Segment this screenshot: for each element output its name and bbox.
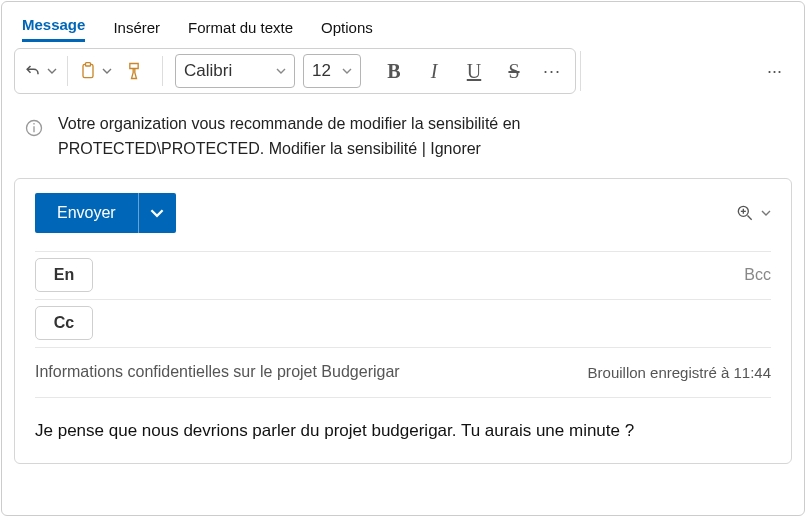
bold-button[interactable]: B (377, 60, 411, 83)
subject-field[interactable] (35, 363, 588, 381)
font-family-value: Calibri (184, 61, 232, 81)
svg-point-4 (33, 123, 35, 125)
cc-row: Cc (35, 299, 771, 347)
chevron-down-icon (276, 61, 286, 81)
sensitivity-info-bar: Votre organization vous recommande de mo… (2, 104, 804, 178)
tab-format[interactable]: Format du texte (188, 19, 293, 42)
underline-button[interactable]: U (457, 60, 491, 83)
to-label-button[interactable]: En (35, 258, 93, 292)
message-body[interactable]: Je pense que nous devrions parler du pro… (35, 418, 771, 444)
to-row: En Bcc (35, 251, 771, 299)
draft-saved-status: Brouillon enregistré à 11:44 (588, 364, 771, 381)
info-icon (24, 118, 44, 162)
font-size-value: 12 (312, 61, 331, 81)
format-painter-button[interactable] (118, 54, 150, 88)
info-line1: Votre organization vous recommande de mo… (58, 115, 520, 132)
send-row: Envoyer (35, 193, 771, 233)
subject-row: Brouillon enregistré à 11:44 (35, 347, 771, 397)
sensitivity-message: Votre organization vous recommande de mo… (58, 112, 520, 162)
zoom-button[interactable] (735, 203, 771, 223)
tab-message[interactable]: Message (22, 16, 85, 42)
cc-field[interactable] (109, 306, 771, 340)
info-separator: | (417, 140, 430, 157)
undo-button[interactable] (23, 54, 57, 88)
svg-line-6 (748, 215, 752, 219)
body-row: Je pense que nous devrions parler du pro… (35, 397, 771, 464)
clipboard-button[interactable] (78, 54, 112, 88)
send-button[interactable]: Envoyer (35, 193, 138, 233)
bcc-toggle[interactable]: Bcc (734, 266, 771, 284)
italic-button[interactable]: I (417, 60, 451, 83)
svg-rect-1 (86, 63, 91, 66)
info-line2-prefix: PROTECTED\PROTECTED. (58, 140, 269, 157)
font-family-select[interactable]: Calibri (175, 54, 295, 88)
compose-window: Message Insérer Format du texte Options (1, 1, 805, 516)
strikethrough-button[interactable]: S (497, 60, 531, 83)
toolbar-overflow-button[interactable]: ··· (757, 61, 792, 82)
modify-sensitivity-link[interactable]: Modifier la sensibilité (269, 140, 418, 157)
more-formatting-button[interactable]: ··· (537, 61, 567, 82)
font-size-select[interactable]: 12 (303, 54, 361, 88)
tab-options[interactable]: Options (321, 19, 373, 42)
send-button-group: Envoyer (35, 193, 176, 233)
to-field[interactable] (109, 258, 734, 292)
ribbon-tabs: Message Insérer Format du texte Options (2, 2, 804, 42)
toolbar-container: Calibri 12 B I U S ··· ··· (2, 42, 804, 104)
tab-insert[interactable]: Insérer (113, 19, 160, 42)
ignore-sensitivity-link[interactable]: Ignorer (430, 140, 481, 157)
send-options-button[interactable] (138, 193, 176, 233)
formatting-toolbar: Calibri 12 B I U S ··· (14, 48, 576, 94)
chevron-down-icon (342, 61, 352, 81)
cc-label-button[interactable]: Cc (35, 306, 93, 340)
compose-panel: Envoyer En Bcc Cc Brouillon enregistré à… (14, 178, 792, 465)
